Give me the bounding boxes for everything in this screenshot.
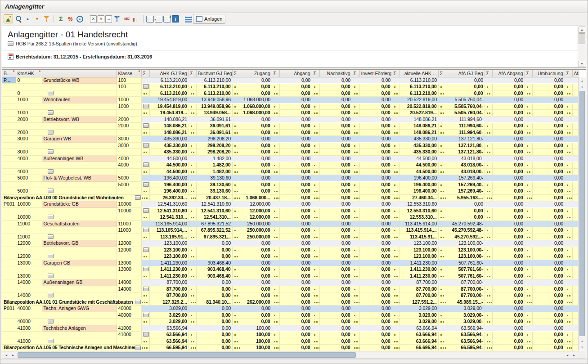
cell-abgang[interactable]: 0,00 [279, 110, 312, 117]
cell-aktuelle-ahk[interactable]: 63.666,94 [399, 332, 438, 338]
col-header-sigma[interactable]: Σ [352, 70, 359, 77]
cell-umbuchung[interactable]: 0,00 [532, 110, 565, 117]
cell-b[interactable] [2, 247, 16, 253]
cell-ktoahk[interactable]: 5000 [16, 175, 42, 182]
cell-umbuchung[interactable]: 0,00 [532, 338, 565, 345]
cell-ktoahk[interactable] [16, 286, 42, 292]
cell-aktuelle-ahk[interactable]: 435.330,00 [399, 136, 438, 143]
cell-abgang[interactable]: 0,00 [279, 175, 312, 182]
cell-afa-gj-beg[interactable]: 157.269,40- [446, 175, 485, 182]
cell-buchwrt-gj-beg[interactable]: 903.468,40 [196, 266, 232, 273]
cell-umbuchung[interactable]: 0,00 [532, 286, 565, 292]
cell-name[interactable] [42, 253, 117, 260]
col-header-afa-abgang[interactable]: AfA Abgang [492, 70, 525, 77]
cell-nachaktivg[interactable]: 0,00 [319, 103, 352, 110]
cell-umbuchung[interactable]: 0,00 [532, 207, 565, 214]
cell-nachaktivg[interactable]: 0,00 [319, 306, 352, 312]
cell-abgang[interactable]: 0,00 [279, 116, 312, 123]
cell-abgang[interactable]: 0,00 [279, 201, 312, 208]
cell-name[interactable]: Hof- & Wegbefest. WB [42, 175, 117, 182]
cell-ahk-gj-beg[interactable]: 123.100,00 [149, 247, 189, 253]
sum-icon[interactable]: Σ [57, 15, 65, 23]
cell-b[interactable] [2, 266, 16, 273]
cell-abgang[interactable]: 0,00 [279, 155, 312, 162]
cell-abgang[interactable]: 0,00 [279, 247, 312, 253]
cell-afa-abgang[interactable]: 0,00 [492, 162, 525, 169]
cell-ahk-gj-beg[interactable]: 113.165.91... [149, 234, 189, 240]
cell-aktuelle-ahk[interactable]: 113.415.914,... [399, 227, 438, 234]
cell-umbuchung[interactable]: 0,00 [532, 97, 565, 103]
cell-ktoahk[interactable] [16, 84, 42, 90]
cell-klasse[interactable]: 100 [117, 84, 141, 90]
cell-abgang[interactable]: 0,00 [279, 286, 312, 292]
cell-b[interactable] [2, 220, 16, 227]
cell-abgang[interactable]: 0,00 [279, 97, 312, 103]
cell-afa-abgang[interactable]: 0,00 [492, 247, 525, 253]
cell-umbuchung[interactable]: 0,00 [532, 149, 565, 156]
cell-ktoahk[interactable]: 11000 [16, 220, 42, 227]
cell-abgang[interactable]: 0,00 [279, 312, 312, 319]
cell-klasse[interactable] [117, 188, 141, 195]
cell-klasse[interactable] [117, 253, 141, 260]
cell-b[interactable] [2, 123, 16, 130]
cell-klasse[interactable]: 40000 [117, 306, 141, 312]
cell-ktoahk[interactable]: 12000 [16, 240, 42, 247]
col-header-umbuchung[interactable]: Umbuchung [532, 70, 565, 77]
cell-afa-abgang[interactable]: 0,00 [492, 220, 525, 227]
list-view-icon[interactable] [185, 16, 192, 22]
cell-b[interactable] [2, 90, 16, 97]
cell-afa-abgang[interactable]: 0,00 [492, 214, 525, 221]
cell-name[interactable] [42, 181, 117, 188]
cell-afa-abgang[interactable]: 0,00 [492, 286, 525, 292]
cell-afa-abgang[interactable]: 0,00 [492, 155, 525, 162]
cell-nachaktivg[interactable]: 0,00 [319, 332, 352, 338]
cell-ahk-gj-beg[interactable]: 6.113.210,00 [149, 90, 189, 97]
cell-invest-foerderg[interactable]: 0,00 [359, 319, 392, 325]
cell-zugang[interactable]: 0,00 [240, 188, 272, 195]
cell-invest-foerderg[interactable]: 0,00 [359, 207, 392, 214]
cell-aktuelle-ahk[interactable]: 127.591.2... [399, 299, 438, 306]
cell-buchwrt-gj-beg[interactable]: 39.130,60 [196, 188, 232, 195]
cell-nachaktivg[interactable]: 0,00 [319, 84, 352, 90]
cell-b[interactable] [2, 84, 16, 90]
cell-afa-gj-beg[interactable]: 123.100,00- [446, 247, 485, 253]
cell-ahk-gj-beg[interactable]: 87.700,00 [149, 286, 189, 292]
cell-umbuchung[interactable]: 0,00 [532, 162, 565, 169]
cell-afa-gj-beg[interactable]: 137.121,80- [446, 149, 485, 156]
column-add-icon[interactable] [163, 16, 171, 22]
cell-ktoahk[interactable]: 3000 [16, 149, 42, 156]
cell-abgang[interactable]: 0,00 [279, 273, 312, 279]
cell-abgang[interactable]: 0,00 [279, 84, 312, 90]
cell-nachaktivg[interactable]: 0,00 [319, 168, 352, 175]
cell-abgang[interactable]: 0,00 [279, 77, 312, 84]
cell-afa-abgang[interactable]: 0,00 [492, 97, 525, 103]
cell-invest-foerderg[interactable]: 0,00 [359, 194, 392, 201]
cell-afa-gj-beg[interactable]: 45.270.592...- [446, 234, 485, 240]
cell-aktuelle-ahk[interactable]: 1.411.230,00 [399, 273, 438, 279]
cell-umbuchung[interactable]: 0,00 [532, 292, 565, 299]
cell-afa-abgang[interactable]: 0,00 [492, 194, 525, 201]
cell-afa-abgang[interactable]: 0,00 [492, 207, 525, 214]
cell-umbuchung[interactable]: 0,00 [532, 155, 565, 162]
cell-b[interactable] [2, 162, 16, 169]
cell-name[interactable]: Grundstücke WB [42, 77, 117, 84]
cell-afa-abgang[interactable]: 0,00 [492, 181, 525, 188]
col-header-aktuelle-ahk[interactable]: aktuelle AHK ... [399, 70, 438, 77]
cell-name[interactable] [42, 266, 117, 273]
cell-umbuchung[interactable]: 0,00 [532, 247, 565, 253]
cell-invest-foerderg[interactable]: 0,00 [359, 234, 392, 240]
cell-abgang[interactable]: 0,00 [279, 325, 312, 332]
cell-abgang[interactable]: 0,00 [279, 123, 312, 130]
cell-nachaktivg[interactable]: 0,00 [319, 123, 352, 130]
cell-ktoahk[interactable] [16, 266, 42, 273]
cell-abgang[interactable]: 0,00 [279, 220, 312, 227]
cell-klasse[interactable] [117, 90, 141, 97]
cell-abgang[interactable]: 0,00 [279, 142, 312, 149]
cell-afa-abgang[interactable]: 0,00 [492, 103, 525, 110]
col-header-invest-foerderg[interactable]: Invest.Förderg [359, 70, 392, 77]
cell-klasse[interactable]: 100 [117, 77, 141, 84]
cell-ahk-gj-beg[interactable]: 3.029,00 [149, 306, 189, 312]
cell-buchwrt-gj-beg[interactable]: 0,00 [196, 345, 232, 351]
cell-buchwrt-gj-beg[interactable]: 0,00 [196, 306, 232, 312]
cell-ahk-gj-beg[interactable]: 1.411.230,00 [149, 260, 189, 266]
